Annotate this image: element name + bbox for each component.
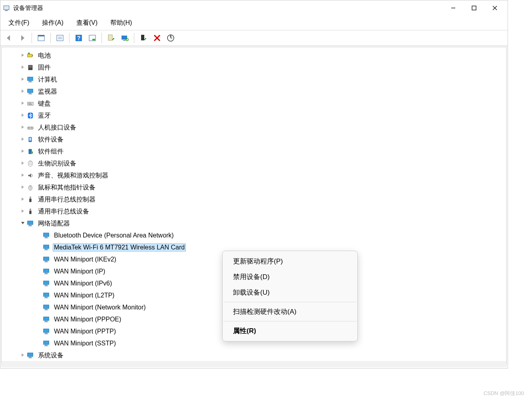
svg-rect-36 bbox=[30, 103, 31, 104]
menu-help[interactable]: 帮助(H) bbox=[104, 17, 138, 29]
expander-icon[interactable] bbox=[19, 65, 26, 70]
expander-icon[interactable] bbox=[19, 149, 26, 154]
enable-device-button[interactable] bbox=[137, 32, 149, 44]
svg-rect-57 bbox=[45, 237, 47, 238]
refresh-button[interactable] bbox=[165, 32, 177, 44]
show-hidden-button[interactable] bbox=[35, 32, 47, 44]
expander-icon[interactable] bbox=[19, 185, 26, 190]
properties-button[interactable] bbox=[54, 32, 66, 44]
expander-icon[interactable] bbox=[19, 197, 26, 202]
scan-hardware-button[interactable] bbox=[119, 32, 131, 44]
expander-icon[interactable] bbox=[19, 53, 26, 58]
tree-category[interactable]: 人机接口设备 bbox=[2, 122, 506, 134]
toolbar: ? bbox=[0, 30, 508, 46]
svg-rect-85 bbox=[44, 345, 48, 346]
expander-icon[interactable] bbox=[19, 77, 26, 82]
ctx-update-driver[interactable]: 更新驱动程序(P) bbox=[223, 253, 357, 269]
tree-node-label: WAN Miniport (L2TP) bbox=[53, 291, 116, 299]
tree-category[interactable]: 键盘 bbox=[2, 98, 506, 110]
tree-category[interactable]: 生物识别设备 bbox=[2, 158, 506, 170]
tree-category[interactable]: 计算机 bbox=[2, 74, 506, 86]
svg-rect-82 bbox=[44, 333, 48, 334]
svg-rect-26 bbox=[29, 67, 32, 68]
hid-icon bbox=[26, 124, 34, 132]
svg-rect-0 bbox=[4, 6, 9, 10]
tree-category[interactable]: 声音、视频和游戏控制器 bbox=[2, 170, 506, 182]
uninstall-device-button[interactable] bbox=[151, 32, 163, 44]
expander-icon[interactable] bbox=[19, 137, 26, 142]
toolbar-separator bbox=[102, 33, 102, 43]
forward-button[interactable] bbox=[16, 32, 28, 44]
svg-rect-60 bbox=[45, 249, 47, 250]
svg-point-23 bbox=[28, 52, 30, 54]
svg-rect-28 bbox=[29, 81, 31, 82]
expander-icon[interactable] bbox=[19, 89, 26, 94]
svg-rect-29 bbox=[28, 82, 32, 82]
svg-rect-54 bbox=[29, 225, 31, 226]
svg-rect-43 bbox=[29, 138, 31, 141]
svg-rect-88 bbox=[28, 357, 32, 358]
bluetooth-icon bbox=[26, 112, 34, 120]
toolbar-separator bbox=[50, 33, 51, 43]
menu-action[interactable]: 操作(A) bbox=[36, 17, 70, 29]
expander-icon[interactable] bbox=[19, 101, 26, 106]
expander-icon[interactable] bbox=[19, 353, 26, 358]
tree-device[interactable]: Bluetooth Device (Personal Area Network) bbox=[2, 229, 506, 241]
window-controls bbox=[443, 0, 505, 16]
menu-file[interactable]: 文件(F) bbox=[2, 17, 36, 29]
ctx-scan-hardware[interactable]: 扫描检测硬件改动(A) bbox=[223, 304, 357, 319]
titlebar: 设备管理器 bbox=[0, 0, 508, 16]
tree-node-label: 计算机 bbox=[37, 75, 58, 84]
ctx-separator bbox=[223, 321, 357, 321]
svg-rect-22 bbox=[32, 55, 33, 56]
tree-category[interactable]: 电池 bbox=[2, 50, 506, 62]
expander-icon[interactable] bbox=[19, 173, 26, 178]
toolbar-separator bbox=[32, 33, 32, 43]
tree-category[interactable]: 软件组件 bbox=[2, 146, 506, 158]
network-adapter-icon bbox=[42, 291, 50, 299]
tree-category[interactable]: 固件 bbox=[2, 62, 506, 74]
tree-node-label: 人机接口设备 bbox=[37, 123, 78, 132]
tree-category[interactable]: 系统设备 bbox=[2, 349, 506, 361]
network-adapter-icon bbox=[42, 255, 50, 263]
svg-rect-79 bbox=[44, 321, 48, 322]
network-adapter-icon bbox=[42, 339, 50, 347]
svg-rect-52 bbox=[29, 211, 31, 214]
ctx-disable-device[interactable]: 禁用设备(D) bbox=[223, 269, 357, 285]
svg-rect-86 bbox=[28, 353, 33, 357]
expander-icon[interactable] bbox=[19, 209, 26, 214]
tree-category[interactable]: 软件设备 bbox=[2, 134, 506, 146]
tree-node-label: 网络适配器 bbox=[37, 219, 71, 228]
svg-rect-39 bbox=[28, 127, 33, 129]
tree-category[interactable]: 鼠标和其他指针设备 bbox=[2, 182, 506, 194]
network-adapter-icon bbox=[42, 315, 50, 323]
tree-category[interactable]: 通用串行总线设备 bbox=[2, 205, 506, 217]
expander-icon[interactable] bbox=[19, 113, 26, 118]
tree-category[interactable]: 通用串行总线控制器 bbox=[2, 194, 506, 205]
expander-icon[interactable] bbox=[19, 125, 26, 130]
ctx-uninstall-device[interactable]: 卸载设备(U) bbox=[223, 285, 357, 300]
tree-node-label: 软件设备 bbox=[37, 135, 65, 144]
expander-icon[interactable] bbox=[19, 221, 26, 226]
expander-icon[interactable] bbox=[19, 161, 26, 166]
network-adapter-icon bbox=[26, 219, 34, 227]
menu-view[interactable]: 查看(V) bbox=[70, 17, 104, 29]
help-button[interactable]: ? bbox=[73, 32, 85, 44]
svg-rect-1 bbox=[5, 10, 8, 11]
tree-category-network[interactable]: 网络适配器 bbox=[2, 217, 506, 229]
svg-rect-58 bbox=[44, 237, 48, 238]
back-button[interactable] bbox=[3, 32, 15, 44]
toolbar-separator bbox=[69, 33, 70, 43]
view-button[interactable] bbox=[86, 32, 98, 44]
tree-category[interactable]: 监视器 bbox=[2, 86, 506, 98]
maximize-button[interactable] bbox=[464, 0, 484, 16]
tree-category[interactable]: 蓝牙 bbox=[2, 110, 506, 122]
app-icon bbox=[3, 4, 10, 12]
tree-node-label: WAN Miniport (PPTP) bbox=[53, 327, 117, 335]
update-driver-button[interactable] bbox=[105, 32, 117, 44]
minimize-button[interactable] bbox=[443, 0, 464, 16]
svg-rect-19 bbox=[141, 35, 144, 40]
ctx-properties[interactable]: 属性(R) bbox=[223, 323, 357, 339]
close-button[interactable] bbox=[484, 0, 505, 16]
svg-rect-51 bbox=[30, 209, 31, 211]
